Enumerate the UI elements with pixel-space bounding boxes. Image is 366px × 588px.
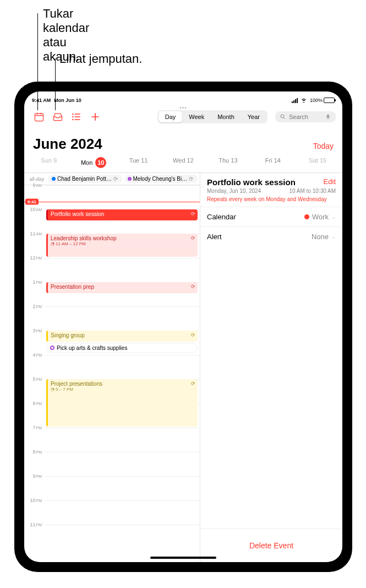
day-cell[interactable]: Sun 9: [26, 157, 71, 168]
current-time-line: 9:41: [24, 202, 200, 202]
hour-label: 9PM: [24, 473, 45, 498]
svg-point-12: [281, 115, 284, 118]
view-week[interactable]: Week: [182, 111, 211, 122]
status-bar: 9:41 AM Mon Jun 10 100%: [24, 91, 342, 106]
hour-label: 5PM: [24, 376, 45, 401]
svg-point-8: [72, 116, 74, 118]
hour-label: 6PM: [24, 401, 45, 425]
hour-row: 11PM: [24, 525, 200, 549]
hour-label: 7PM: [24, 425, 45, 449]
event-singing[interactable]: Singing group⟳: [46, 331, 198, 342]
detail-calendar-label: Calendar: [207, 213, 236, 221]
svg-rect-14: [327, 115, 329, 118]
detail-time: 10 AM to 10:30 AM: [289, 188, 336, 194]
multitask-dots[interactable]: •••: [179, 105, 187, 111]
event-portfolio[interactable]: Portfolio work session⟳: [46, 209, 198, 220]
hour-row: 9AM: [24, 185, 200, 209]
hour-label: 12PM: [24, 255, 45, 279]
hour-label: 11AM: [24, 231, 45, 255]
mic-icon[interactable]: [325, 114, 331, 120]
view-year[interactable]: Year: [241, 111, 266, 122]
repeat-icon: ⟳: [113, 176, 118, 182]
svg-point-9: [72, 119, 74, 121]
edit-button[interactable]: Edit: [324, 177, 336, 186]
hour-label: 1PM: [24, 279, 45, 304]
battery-percent: 100%: [310, 98, 323, 103]
search-field[interactable]: [275, 111, 336, 122]
camera-notch: [165, 85, 202, 89]
search-icon: [280, 114, 286, 120]
allday-event-1[interactable]: Chad Benjamin Pott…⟳: [48, 175, 122, 183]
month-title: June 2024: [33, 136, 102, 153]
view-day[interactable]: Day: [159, 111, 183, 122]
home-indicator[interactable]: [150, 557, 216, 559]
callout-line-1: [37, 13, 38, 110]
view-month[interactable]: Month: [211, 111, 241, 122]
hour-label: 2PM: [24, 304, 45, 328]
detail-calendar-row[interactable]: Calendar Work⌄: [200, 207, 342, 226]
detail-date: Monday, Jun 10, 2024: [207, 188, 261, 194]
day-cell[interactable]: Wed 12: [161, 157, 205, 168]
add-event-button[interactable]: [87, 109, 103, 125]
list-button[interactable]: [68, 109, 85, 125]
repeat-icon: ⟳: [191, 381, 195, 386]
event-pickup[interactable]: Pick up arts & crafts supplies: [46, 343, 198, 353]
clock-icon: ◔: [51, 241, 54, 246]
hour-row: 12PM: [24, 258, 200, 282]
dot-icon: [128, 177, 132, 181]
detail-alert-label: Alert: [207, 233, 222, 241]
month-header: June 2024 Today: [24, 128, 342, 157]
clock-icon: ◔: [51, 387, 54, 392]
day-cell[interactable]: Mon 10: [71, 157, 116, 168]
hour-row: 7PM: [24, 428, 200, 452]
day-cell[interactable]: Thu 13: [206, 157, 250, 168]
event-project-presentations[interactable]: Project presentations ◔5 – 7 PM ⟳: [46, 379, 198, 427]
detail-title: Portfolio work session: [207, 177, 296, 187]
svg-rect-0: [35, 114, 43, 121]
event-leadership[interactable]: Leadership skills workshop ◔11 AM – 12 P…: [46, 234, 198, 257]
search-input[interactable]: [289, 114, 322, 120]
hour-label: 4PM: [24, 352, 45, 376]
timeline-pane[interactable]: all-day Chad Benjamin Pott…⟳ Melody Cheu…: [24, 173, 200, 562]
annotation-inbox: Lihat jemputan.: [59, 52, 142, 66]
view-segmented-control: Day Week Month Year: [157, 110, 267, 123]
repeat-icon: ⟳: [191, 211, 195, 217]
circle-icon: [50, 346, 54, 350]
allday-label: all-day: [26, 176, 46, 182]
day-cell[interactable]: Sat 15: [296, 157, 340, 168]
hour-label: 10AM: [24, 207, 45, 231]
weekday-row: Sun 9Mon 10Tue 11Wed 12Thu 13Fri 14Sat 1…: [24, 157, 342, 173]
current-time-badge: 9:41: [25, 199, 39, 205]
hour-grid: 9:41 Portfolio work session⟳ Leadership …: [24, 185, 200, 549]
delete-event-button[interactable]: Delete Event: [200, 528, 342, 562]
hour-label: 10PM: [24, 498, 45, 522]
hour-row: 2PM: [24, 306, 200, 331]
inbox-button[interactable]: [50, 109, 66, 125]
day-cell[interactable]: Fri 14: [250, 157, 295, 168]
wifi-icon: [300, 96, 308, 105]
hour-label: 11PM: [24, 522, 45, 546]
chevron-icon: ⌄: [331, 234, 336, 240]
today-button[interactable]: Today: [313, 142, 334, 150]
hour-label: 3PM: [24, 328, 45, 352]
signal-icon: [292, 98, 298, 103]
status-date: Mon Jun 10: [54, 98, 81, 103]
event-presentation-prep[interactable]: Presentation prep⟳: [46, 282, 198, 293]
detail-alert-row[interactable]: Alert None⌄: [200, 226, 342, 246]
repeat-icon: ⟳: [191, 332, 195, 338]
hour-row: 8PM: [24, 452, 200, 476]
day-cell[interactable]: Tue 11: [116, 157, 161, 168]
event-detail-pane: Portfolio work session Edit Monday, Jun …: [200, 173, 342, 562]
repeat-icon: ⟳: [189, 176, 193, 182]
ipad-frame: ••• 9:41 AM Mon Jun 10 100%: [14, 82, 352, 572]
allday-event-2[interactable]: Melody Cheung's Bi…⟳: [124, 175, 198, 183]
allday-row: all-day Chad Benjamin Pott…⟳ Melody Cheu…: [24, 173, 200, 185]
svg-line-13: [284, 118, 286, 120]
chevron-icon: ⌄: [331, 214, 336, 220]
hour-row: 4PM: [24, 355, 200, 379]
calendars-button[interactable]: [31, 109, 47, 125]
hour-row: 10PM: [24, 500, 200, 525]
dot-icon: [52, 177, 56, 181]
battery-icon: [324, 98, 335, 103]
hour-row: 9PM: [24, 476, 200, 500]
